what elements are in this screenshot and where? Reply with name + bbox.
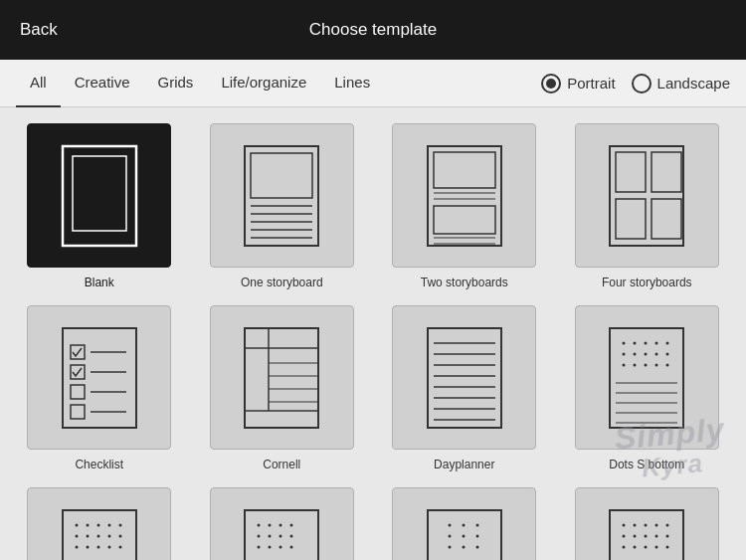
svg-point-119 <box>634 545 637 548</box>
template-dayplanner[interactable]: Dayplanner <box>381 305 548 471</box>
template-dots-1[interactable] <box>16 487 183 560</box>
tab-lines[interactable]: Lines <box>320 60 384 107</box>
orientation-group: Portrait Landscape <box>541 74 730 93</box>
svg-point-98 <box>448 523 451 526</box>
dots-3-preview <box>392 487 536 560</box>
svg-point-51 <box>655 341 658 344</box>
svg-point-57 <box>666 352 669 355</box>
svg-point-113 <box>623 534 626 537</box>
svg-point-118 <box>623 545 626 548</box>
tab-grids[interactable]: Grids <box>144 60 208 107</box>
blank-preview <box>27 123 171 268</box>
template-dots-s-bottom[interactable]: Dots S bottom <box>564 305 731 471</box>
cornell-preview <box>210 305 354 450</box>
landscape-radio[interactable] <box>632 74 652 93</box>
svg-point-96 <box>290 545 293 548</box>
two-storyboards-preview <box>392 123 536 268</box>
checklist-label: Checklist <box>75 458 123 471</box>
svg-point-53 <box>623 352 626 355</box>
svg-point-106 <box>475 545 478 548</box>
checklist-preview <box>27 305 171 450</box>
template-cornell[interactable]: Cornell <box>199 305 366 471</box>
svg-point-62 <box>666 363 669 366</box>
landscape-option[interactable]: Landscape <box>632 74 730 93</box>
dots-1-preview <box>27 487 171 560</box>
body-wrapper: Blank One storyboard <box>0 107 746 560</box>
svg-point-81 <box>96 545 99 548</box>
dots-s-bottom-preview <box>575 305 719 450</box>
svg-point-72 <box>107 523 110 526</box>
back-button[interactable]: Back <box>20 20 58 40</box>
svg-point-120 <box>645 545 648 548</box>
portrait-radio[interactable] <box>541 74 561 93</box>
svg-rect-16 <box>610 146 683 246</box>
template-grid: Blank One storyboard <box>0 107 746 560</box>
dots-4-preview <box>575 487 719 560</box>
svg-point-55 <box>645 352 648 355</box>
template-two-storyboards[interactable]: Two storyboards <box>381 123 548 289</box>
filter-bar: All Creative Grids Life/organize Lines P… <box>0 60 746 107</box>
dots-2-preview <box>210 487 354 560</box>
tab-life-organize[interactable]: Life/organize <box>207 60 320 107</box>
svg-point-73 <box>118 523 121 526</box>
one-storyboard-label: One storyboard <box>241 276 323 289</box>
svg-point-103 <box>475 534 478 537</box>
svg-rect-13 <box>434 206 495 234</box>
svg-rect-21 <box>63 328 136 428</box>
header: Back Choose template <box>0 0 746 60</box>
svg-point-104 <box>448 545 451 548</box>
svg-point-54 <box>634 352 637 355</box>
portrait-option[interactable]: Portrait <box>541 74 615 93</box>
template-dots-2[interactable] <box>199 487 366 560</box>
two-storyboards-label: Two storyboards <box>421 276 508 289</box>
svg-point-74 <box>75 534 78 537</box>
blank-label: Blank <box>85 276 114 289</box>
portrait-label: Portrait <box>567 75 615 92</box>
template-checklist[interactable]: Checklist <box>16 305 183 471</box>
dayplanner-preview <box>392 305 536 450</box>
four-storyboards-preview <box>575 123 719 268</box>
svg-point-48 <box>623 341 626 344</box>
tab-all[interactable]: All <box>16 60 61 107</box>
svg-point-114 <box>634 534 637 537</box>
svg-point-99 <box>462 523 465 526</box>
svg-point-111 <box>655 523 658 526</box>
svg-rect-26 <box>71 385 85 399</box>
svg-rect-20 <box>652 199 681 239</box>
svg-point-79 <box>75 545 78 548</box>
svg-point-69 <box>75 523 78 526</box>
cornell-label: Cornell <box>263 458 300 471</box>
svg-rect-9 <box>428 146 501 246</box>
page-title: Choose template <box>309 20 438 40</box>
template-blank[interactable]: Blank <box>16 123 183 289</box>
svg-point-50 <box>645 341 648 344</box>
svg-point-70 <box>86 523 89 526</box>
svg-point-49 <box>634 341 637 344</box>
svg-point-91 <box>280 534 282 537</box>
svg-point-121 <box>655 545 658 548</box>
template-dots-4[interactable] <box>564 487 731 560</box>
tab-creative[interactable]: Creative <box>61 60 144 107</box>
svg-rect-1 <box>73 156 126 231</box>
svg-point-93 <box>258 545 261 548</box>
svg-rect-2 <box>245 146 318 246</box>
svg-point-89 <box>258 534 261 537</box>
dots-s-bottom-label: Dots S bottom <box>609 458 684 471</box>
svg-point-117 <box>666 534 669 537</box>
svg-point-90 <box>269 534 272 537</box>
svg-point-94 <box>269 545 272 548</box>
four-storyboards-label: Four storyboards <box>602 276 692 289</box>
svg-point-112 <box>666 523 669 526</box>
svg-point-77 <box>107 534 110 537</box>
template-dots-3[interactable] <box>381 487 548 560</box>
template-four-storyboards[interactable]: Four storyboards <box>564 123 731 289</box>
svg-point-56 <box>655 352 658 355</box>
template-one-storyboard[interactable]: One storyboard <box>199 123 366 289</box>
svg-point-52 <box>666 341 669 344</box>
svg-rect-3 <box>251 153 312 198</box>
filter-tabs: All Creative Grids Life/organize Lines <box>16 60 541 107</box>
svg-point-60 <box>645 363 648 366</box>
svg-rect-17 <box>616 152 646 192</box>
svg-point-101 <box>448 534 451 537</box>
svg-point-61 <box>655 363 658 366</box>
